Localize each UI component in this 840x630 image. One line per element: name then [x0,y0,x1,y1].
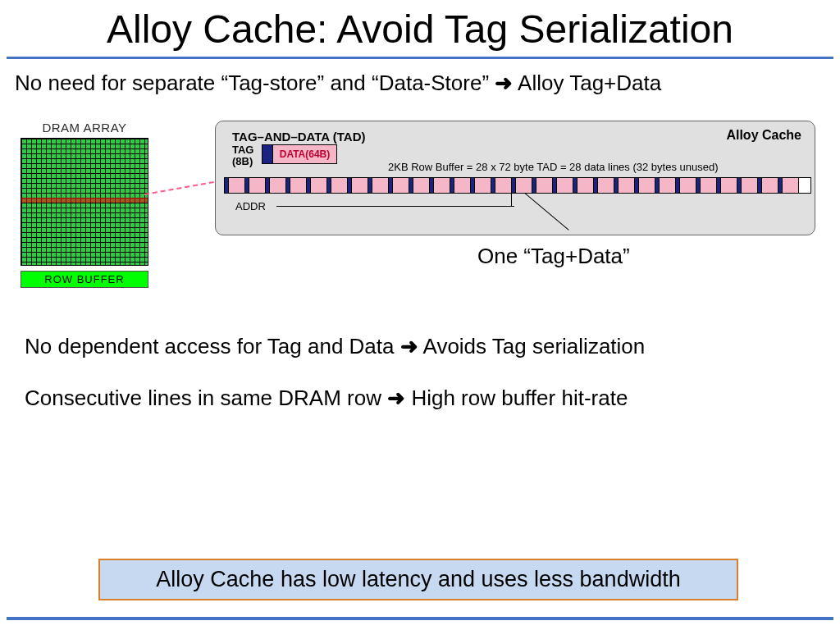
tad-cell-data [556,178,573,193]
one-tad-label: One “Tag+Data” [477,244,630,269]
tad-cell [696,178,717,193]
tad-cell-data [782,178,798,193]
tad-cell-data [249,178,265,193]
bullet-1-before: No dependent access for Tag and Data [25,334,400,358]
tad-cell [737,178,758,193]
one-tad-pointer-icon [525,193,574,244]
intro-before: No need for separate “Tag-store” and “Da… [15,71,495,95]
tad-cell-data [597,178,614,193]
addr-arrow-icon [511,194,512,206]
diagram-area: DRAM ARRAY ROW BUFFER Alloy Cache TAG–AN… [0,121,840,293]
tag-size-label: TAG (8B) [232,144,253,168]
tad-cell-data [638,178,655,193]
addr-label: ADDR [235,200,266,212]
tad-cell-data [577,178,593,193]
tad-cell [778,178,799,193]
tad-row-strip [224,177,811,194]
intro-after: Alloy Tag+Data [513,71,661,95]
alloy-cache-panel: Alloy Cache TAG–AND–DATA (TAD) TAG (8B) … [215,121,815,235]
dram-to-panel-connector [144,180,222,195]
tad-cell-data [474,178,491,193]
tad-cell [245,178,266,193]
tad-cell [676,178,696,193]
bottom-divider [7,617,833,620]
tad-title: TAG–AND–DATA (TAD) [232,130,365,144]
bullet-points: No dependent access for Tag and Data ➜ A… [0,293,840,411]
arrow-icon: ➜ [400,334,418,358]
bullet-2: Consecutive lines in same DRAM row ➜ Hig… [25,386,815,411]
tad-cell [450,178,471,193]
tad-cell [348,178,368,193]
tad-single-cell: DATA(64B) [262,144,337,164]
arrow-icon: ➜ [495,71,513,95]
tad-cell [327,178,348,193]
tad-cell [491,178,512,193]
tad-cell [717,178,737,193]
tad-cell-data [700,178,716,193]
title-divider [7,57,833,59]
arrow-icon: ➜ [387,386,405,410]
tad-cell-data [495,178,511,193]
tad-cell [286,178,307,193]
tad-cell-data [659,178,675,193]
dram-array-label: DRAM ARRAY [15,121,154,135]
tad-cell-data [290,178,306,193]
tad-cell-data [228,178,244,193]
tad-cell-data [269,178,285,193]
tad-cell-data [392,178,409,193]
row-buffer-caption: 2KB Row Buffer = 28 x 72 byte TAD = 28 d… [388,161,719,173]
tad-cell-data [761,178,778,193]
bullet-2-before: Consecutive lines in same DRAM row [25,386,387,410]
conclusion-banner: Alloy Cache has low latency and uses les… [98,559,738,600]
tad-cell-data [679,178,696,193]
dram-array-block: DRAM ARRAY ROW BUFFER [15,121,154,288]
tad-cell-data [372,178,388,193]
dram-grid [21,138,148,266]
addr-line [276,206,514,207]
tad-cell [594,178,614,193]
tad-cell [614,178,635,193]
tad-cell-data [454,178,470,193]
tad-cell [655,178,676,193]
tag-label-line2: (8B) [232,155,253,167]
tad-cell [307,178,327,193]
tad-cell [635,178,655,193]
tad-cell [553,178,573,193]
bullet-1: No dependent access for Tag and Data ➜ A… [25,334,815,359]
tag-label-line1: TAG [232,144,253,156]
tad-cell-data [741,178,757,193]
row-buffer-label: ROW BUFFER [21,271,148,288]
alloy-panel-title: Alloy Cache [726,128,801,143]
tad-data-part: DATA(64B) [272,145,336,163]
tad-cell [573,178,594,193]
tad-cell [471,178,491,193]
tad-cell-data [413,178,429,193]
tad-cell [430,178,450,193]
tad-cell [409,178,430,193]
tad-cell [368,178,389,193]
tad-cell [758,178,778,193]
tad-cell-data [433,178,450,193]
tad-cell-data [351,178,368,193]
tad-cell-data [515,178,532,193]
bullet-2-after: High row buffer hit-rate [405,386,628,410]
tad-cell-data [310,178,326,193]
intro-text: No need for separate “Tag-store” and “Da… [0,71,840,96]
tad-cell [532,178,553,193]
tad-cell-data [720,178,737,193]
tad-tag-part [262,145,272,163]
bullet-1-after: Avoids Tag serialization [418,334,646,358]
tad-cell [512,178,532,193]
tad-cell [389,178,409,193]
tad-row-unused [799,178,810,193]
tad-cell [225,178,245,193]
dram-highlight-row [21,198,148,203]
tad-cell-data [536,178,552,193]
slide-title: Alloy Cache: Avoid Tag Serialization [0,0,840,57]
tad-cell-data [331,178,347,193]
tad-cell-data [618,178,634,193]
tad-cell [266,178,286,193]
